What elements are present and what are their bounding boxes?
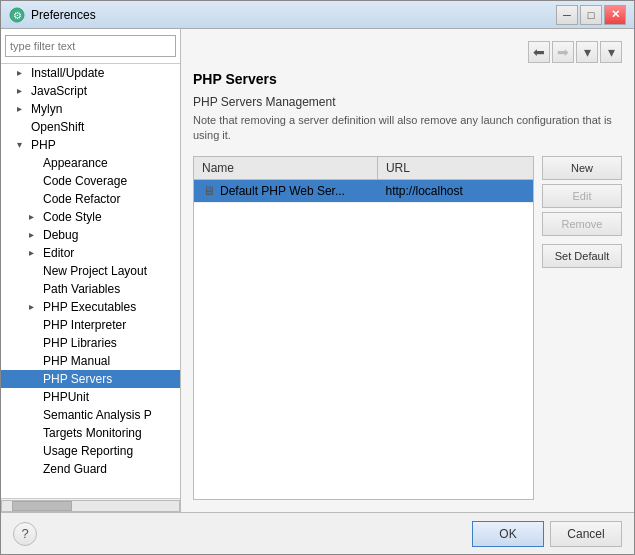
cancel-button[interactable]: Cancel <box>550 521 622 547</box>
tree-item-label: PHP <box>31 138 56 152</box>
tree-item[interactable]: Path Variables <box>1 280 180 298</box>
tree-item-label: Code Refactor <box>43 192 120 206</box>
tree-arrow-icon <box>29 283 41 295</box>
tree-arrow-icon <box>17 121 29 133</box>
tree-item[interactable]: Appearance <box>1 154 180 172</box>
server-table-wrapper: Name URL 🖥 Default PHP Web Ser... http:/… <box>193 156 622 500</box>
tree-item[interactable]: OpenShift <box>1 118 180 136</box>
tree-arrow-icon <box>29 247 41 259</box>
tree-item-label: Mylyn <box>31 102 62 116</box>
tree-item[interactable]: Install/Update <box>1 64 180 82</box>
tree-arrow-icon <box>29 427 41 439</box>
svg-text:⚙: ⚙ <box>13 10 22 21</box>
cell-url: http://localhost <box>377 180 533 202</box>
tree-arrow-icon <box>29 319 41 331</box>
tree-item-label: PHP Servers <box>43 372 112 386</box>
table-body: 🖥 Default PHP Web Ser... http://localhos… <box>194 180 533 203</box>
set-default-button[interactable]: Set Default <box>542 244 622 268</box>
tree-item-label: PHP Interpreter <box>43 318 126 332</box>
new-button[interactable]: New <box>542 156 622 180</box>
cell-name: 🖥 Default PHP Web Ser... <box>194 180 377 202</box>
tree-item[interactable]: PHP Manual <box>1 352 180 370</box>
tree-item-label: Path Variables <box>43 282 120 296</box>
forward-button[interactable]: ➡ <box>552 41 574 63</box>
filter-input[interactable] <box>5 35 176 57</box>
tree-arrow-icon <box>29 211 41 223</box>
more-button[interactable]: ▾ <box>600 41 622 63</box>
filter-box <box>1 29 180 64</box>
tree-arrow-icon <box>29 229 41 241</box>
tree-arrow-icon <box>29 157 41 169</box>
server-table: Name URL 🖥 Default PHP Web Ser... http:/… <box>193 156 534 500</box>
tree-arrow-icon <box>29 175 41 187</box>
scroll-thumb[interactable] <box>12 501 72 511</box>
window-controls: ─ □ ✕ <box>556 5 626 25</box>
tree-item[interactable]: Zend Guard <box>1 460 180 478</box>
horizontal-scrollbar[interactable] <box>1 498 180 512</box>
left-panel: Install/UpdateJavaScriptMylynOpenShiftPH… <box>1 29 181 512</box>
tree-arrow-icon <box>29 193 41 205</box>
back-button[interactable]: ⬅ <box>528 41 550 63</box>
panel-subtitle: PHP Servers Management <box>193 95 622 109</box>
tree-arrow-icon <box>17 85 29 97</box>
tree-arrow-icon <box>17 67 29 79</box>
tree-item[interactable]: PHP Executables <box>1 298 180 316</box>
tree-item-label: JavaScript <box>31 84 87 98</box>
tree-item-label: PHP Manual <box>43 354 110 368</box>
minimize-button[interactable]: ─ <box>556 5 578 25</box>
panel-title: PHP Servers <box>193 71 622 87</box>
tree-arrow-icon <box>29 373 41 385</box>
title-bar: ⚙ Preferences ─ □ ✕ <box>1 1 634 29</box>
maximize-button[interactable]: □ <box>580 5 602 25</box>
remove-button[interactable]: Remove <box>542 212 622 236</box>
tree-item-label: PHPUnit <box>43 390 89 404</box>
tree-container: Install/UpdateJavaScriptMylynOpenShiftPH… <box>1 64 180 498</box>
tree-item[interactable]: Code Coverage <box>1 172 180 190</box>
col-name: Name <box>194 157 378 179</box>
server-icon: 🖥 <box>202 184 216 198</box>
tree-item-label: Install/Update <box>31 66 104 80</box>
tree-item-label: Debug <box>43 228 78 242</box>
dialog-buttons: OK Cancel <box>472 521 622 547</box>
dropdown-button[interactable]: ▾ <box>576 41 598 63</box>
right-panel: ⬅ ➡ ▾ ▾ PHP Servers PHP Servers Manageme… <box>181 29 634 512</box>
col-url: URL <box>378 157 533 179</box>
tree-item[interactable]: PHP Interpreter <box>1 316 180 334</box>
tree-item-label: Editor <box>43 246 74 260</box>
edit-button[interactable]: Edit <box>542 184 622 208</box>
help-button[interactable]: ? <box>13 522 37 546</box>
tree-item[interactable]: New Project Layout <box>1 262 180 280</box>
ok-button[interactable]: OK <box>472 521 544 547</box>
tree-item[interactable]: Usage Reporting <box>1 442 180 460</box>
tree-arrow-icon <box>29 391 41 403</box>
tree-item[interactable]: PHP <box>1 136 180 154</box>
tree-item[interactable]: PHP Libraries <box>1 334 180 352</box>
tree-arrow-icon <box>29 445 41 457</box>
tree-item[interactable]: Targets Monitoring <box>1 424 180 442</box>
table-header: Name URL <box>194 157 533 180</box>
tree-item-label: PHP Executables <box>43 300 136 314</box>
tree-item-label: Zend Guard <box>43 462 107 476</box>
close-button[interactable]: ✕ <box>604 5 626 25</box>
window-title: Preferences <box>31 8 556 22</box>
tree-item[interactable]: PHP Servers <box>1 370 180 388</box>
tree-item[interactable]: Editor <box>1 244 180 262</box>
scroll-track[interactable] <box>1 500 180 512</box>
tree-arrow-icon <box>17 103 29 115</box>
tree-item[interactable]: JavaScript <box>1 82 180 100</box>
tree-item[interactable]: Code Refactor <box>1 190 180 208</box>
tree-item-label: PHP Libraries <box>43 336 117 350</box>
tree-item[interactable]: Debug <box>1 226 180 244</box>
tree-item[interactable]: Semantic Analysis P <box>1 406 180 424</box>
panel-description: Note that removing a server definition w… <box>193 113 622 144</box>
table-row[interactable]: 🖥 Default PHP Web Ser... http://localhos… <box>194 180 533 203</box>
tree-item-label: Appearance <box>43 156 108 170</box>
tree-item[interactable]: Code Style <box>1 208 180 226</box>
tree-item-label: OpenShift <box>31 120 84 134</box>
right-toolbar: ⬅ ➡ ▾ ▾ <box>193 41 622 63</box>
tree-item[interactable]: PHPUnit <box>1 388 180 406</box>
tree-arrow-icon <box>17 139 29 151</box>
tree-item[interactable]: Mylyn <box>1 100 180 118</box>
tree-item-label: Code Style <box>43 210 102 224</box>
tree-item-label: New Project Layout <box>43 264 147 278</box>
